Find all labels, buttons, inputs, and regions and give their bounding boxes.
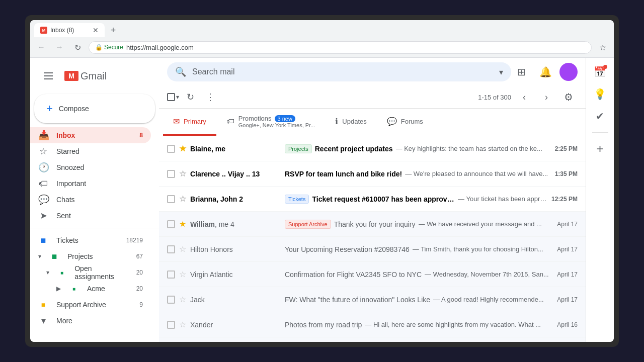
open-assignments-icon: ■ [57, 270, 66, 276]
sidebar-item-projects[interactable]: ▾ ■ Projects 67 [30, 248, 151, 264]
primary-tab-icon: ✉ [173, 117, 180, 126]
email-row[interactable]: ☆ Richard, Matthew, me 3 Product Strateg… [159, 337, 586, 342]
email-checkbox[interactable] [167, 321, 175, 329]
email-star[interactable]: ★ [179, 219, 186, 229]
tickets-label: Tickets [56, 236, 78, 244]
forums-tab-label: Forums [401, 118, 423, 125]
projects-label: Projects [67, 252, 93, 260]
email-sender: Jack [190, 296, 281, 304]
bookmark-button[interactable]: ☆ [596, 40, 610, 54]
keep-button[interactable]: 💡 [590, 84, 610, 104]
email-row[interactable]: ☆ Hilton Honors Your Upcoming Reservatio… [159, 237, 586, 262]
email-checkbox[interactable] [167, 220, 175, 228]
email-tag: Projects [285, 144, 312, 153]
email-preview: — Your ticket has been appro... [458, 195, 547, 203]
sidebar-item-snoozed[interactable]: 🕐 Snoozed [30, 159, 151, 175]
email-row[interactable]: ☆ Virgin Atlantic Confirmation for Fligh… [159, 262, 586, 287]
email-star[interactable]: ★ [179, 144, 186, 153]
sidebar-item-tickets[interactable]: ■ Tickets 18219 [30, 232, 151, 248]
svg-rect-2 [44, 78, 53, 79]
email-subject: Product Strategy classes [285, 341, 363, 342]
tasks-button[interactable]: ✔ [590, 106, 610, 126]
right-sidebar-divider [592, 132, 608, 133]
sidebar-divider [30, 228, 159, 228]
email-checkbox[interactable] [167, 270, 175, 279]
settings-button[interactable]: ⚙ [559, 88, 578, 106]
promotions-badge: 3 new [275, 115, 295, 122]
select-dropdown-icon[interactable]: ▾ [176, 94, 179, 101]
email-checkbox[interactable] [167, 145, 175, 153]
search-bar[interactable]: 🔍 Search mail ▾ [167, 62, 511, 81]
lock-icon: 🔒 [95, 44, 103, 51]
email-row[interactable]: ☆ Clarence .. Vijay .. 13 RSVP for team … [159, 161, 586, 187]
email-star[interactable]: ☆ [179, 169, 186, 178]
tab-primary[interactable]: ✉ Primary [163, 109, 216, 136]
open-assignments-count: 20 [136, 269, 143, 276]
email-star[interactable]: ☆ [179, 295, 186, 304]
email-checkbox[interactable] [167, 296, 175, 304]
notifications-button[interactable]: 🔔 [535, 62, 555, 82]
search-dropdown-icon[interactable]: ▾ [499, 67, 503, 77]
refresh-emails-button[interactable]: ↻ [181, 88, 199, 106]
email-star[interactable]: ☆ [179, 194, 186, 204]
forward-button[interactable]: → [52, 40, 66, 54]
email-row[interactable]: ☆ Brianna, John 2 Tickets Ticket request… [159, 187, 586, 212]
tab-close-button[interactable]: ✕ [93, 26, 99, 34]
email-content: Your Upcoming Reservation #20983746 — Ti… [285, 245, 553, 253]
address-bar[interactable]: 🔒 Secure https://mail.google.com [89, 41, 592, 54]
back-button[interactable]: ← [34, 40, 48, 54]
email-content: Confirmation for Flight VA2345 SFO to NY… [285, 270, 553, 279]
new-tab-button[interactable]: + [107, 24, 120, 37]
acme-label: Acme [87, 285, 105, 293]
sidebar-item-more[interactable]: ▾ More [30, 313, 151, 329]
email-subject: Your Upcoming Reservation #20983746 [285, 245, 410, 253]
tab-updates[interactable]: ℹ Updates [325, 109, 376, 136]
browser-tab[interactable]: M Inbox (8) ✕ [34, 23, 105, 37]
compose-label: Compose [59, 105, 89, 113]
sent-icon: ➤ [38, 210, 48, 221]
search-input[interactable]: Search mail [192, 67, 493, 76]
apps-button[interactable]: ⊞ [511, 62, 531, 82]
compose-plus-icon: + [46, 102, 53, 115]
compose-button[interactable]: + Compose [34, 94, 155, 123]
email-preview: — He emailed me about his latest work. H… [366, 342, 543, 342]
calendar-button[interactable]: 📅 [590, 62, 610, 82]
more-options-button[interactable]: ⋮ [201, 88, 219, 106]
user-avatar[interactable] [559, 63, 578, 81]
email-checkbox[interactable] [167, 195, 175, 203]
email-star[interactable]: ☆ [179, 269, 186, 279]
email-subject: Thank you for your inquiry [334, 220, 416, 228]
sidebar-item-starred[interactable]: ☆ Starred [30, 143, 151, 159]
prev-page-button[interactable]: ‹ [515, 88, 533, 106]
sidebar-item-sent[interactable]: ➤ Sent [30, 208, 151, 224]
sidebar-item-open-assignments[interactable]: ▾ ■ Open assignments 20 [30, 264, 151, 281]
email-row[interactable]: ★ Blaine, me Projects Recent project upd… [159, 136, 586, 161]
email-row[interactable]: ★ William, me 4 Support Archive Thank yo… [159, 212, 586, 237]
email-subject: Photos from my road trip [285, 321, 362, 329]
starred-icon: ☆ [38, 146, 48, 157]
inbox-icon: 📥 [38, 130, 48, 141]
email-row[interactable]: ☆ Xander Photos from my road trip — Hi a… [159, 312, 586, 337]
sidebar-item-chats[interactable]: 💬 Chats [30, 192, 151, 208]
email-sender: William, me 4 [190, 220, 281, 228]
tab-forums[interactable]: 💬 Forums [377, 109, 433, 136]
email-subject: Ticket request #610007 has been approved… [312, 195, 455, 203]
sidebar-item-acme[interactable]: ▶ ■ Acme 20 [30, 281, 151, 297]
next-page-button[interactable]: › [537, 88, 555, 106]
email-checkbox[interactable] [167, 245, 175, 253]
email-checkbox[interactable] [167, 170, 175, 178]
email-row[interactable]: ☆ Jack FW: What "the future of innovatio… [159, 287, 586, 312]
tab-promotions[interactable]: 🏷 Promotions 3 new Google+, New York Tim… [216, 109, 326, 136]
refresh-button[interactable]: ↻ [70, 40, 85, 54]
hamburger-menu-button[interactable] [38, 66, 58, 86]
sidebar-item-support-archive[interactable]: ■ Support Archive 9 [30, 297, 151, 313]
email-star[interactable]: ☆ [179, 320, 186, 329]
sidebar-item-inbox[interactable]: 📥 Inbox 8 [30, 127, 151, 143]
sidebar-item-important[interactable]: 🏷 Important [30, 175, 151, 192]
add-app-button[interactable]: + [590, 139, 610, 159]
select-all-checkbox-area[interactable]: ▾ [167, 93, 179, 101]
snoozed-icon: 🕐 [38, 162, 48, 173]
tickets-count: 18219 [126, 237, 143, 244]
email-star[interactable]: ☆ [179, 244, 186, 254]
select-all-checkbox[interactable] [167, 93, 175, 101]
